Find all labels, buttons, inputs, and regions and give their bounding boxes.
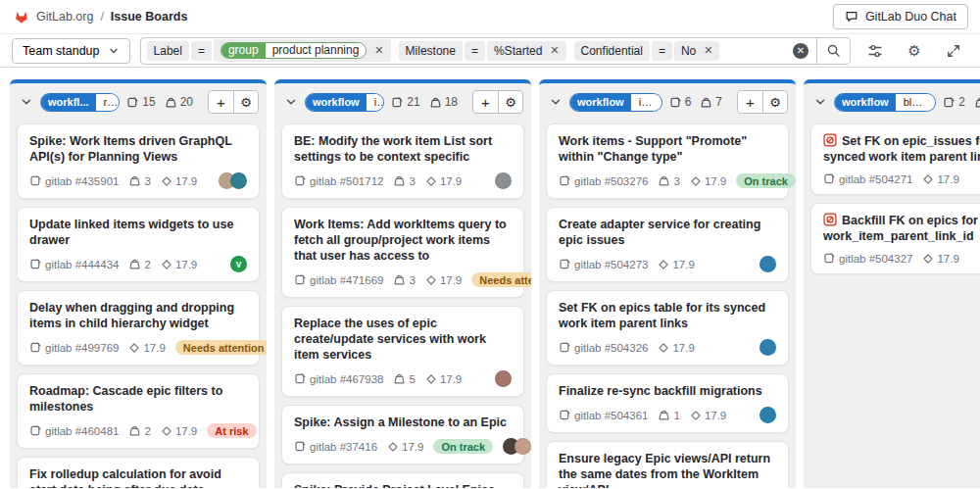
avatar[interactable] — [230, 172, 247, 189]
board-settings-gear-icon[interactable]: ⚙ — [900, 37, 929, 65]
milestone-icon — [161, 425, 172, 437]
filtered-search-input[interactable]: Label = groupproduct planning ✕ Mileston… — [140, 37, 851, 65]
column-label: workflow blocked — [834, 93, 936, 112]
issue-icon — [559, 409, 571, 421]
board-card[interactable]: Work items - Support "Promote" within "C… — [546, 123, 789, 199]
collapse-column-button[interactable] — [284, 95, 298, 109]
board-card[interactable]: Spike: Provide Project Level Epics gitla… — [281, 472, 524, 488]
breadcrumb-separator: / — [100, 10, 103, 24]
board-card[interactable]: Fix rolledup calculation for avoid start… — [17, 457, 260, 488]
token-operator[interactable]: = — [191, 41, 212, 61]
token-operator[interactable]: = — [465, 41, 485, 61]
health-status-badge: Needs attention — [471, 272, 531, 287]
card-title: Finalize re-sync backfill migrations — [559, 383, 776, 399]
token-value[interactable]: %Started ✕ — [487, 41, 566, 61]
card-milestone: 17.9 — [658, 259, 694, 270]
card-weight: 3 — [393, 174, 415, 187]
weight-count: 18 — [429, 95, 458, 109]
column-label: workfl... ready for developme... — [40, 93, 120, 112]
card-milestone: 17.9 — [387, 441, 423, 453]
card-assignees — [495, 370, 512, 387]
card-meta: gitlab #504273 17.9 — [559, 256, 776, 272]
issue-icon — [294, 440, 307, 453]
token-value[interactable]: No ✕ — [674, 41, 720, 61]
column-settings-gear-icon[interactable]: ⚙ — [498, 91, 522, 113]
issue-icon — [669, 96, 682, 109]
collapse-column-button[interactable] — [549, 95, 563, 109]
avatar[interactable] — [760, 407, 776, 423]
weight-count: 7 — [700, 95, 722, 109]
add-card-button[interactable]: + — [738, 91, 762, 113]
add-card-button[interactable]: + — [473, 91, 498, 113]
column-counts: 2 — [943, 95, 980, 109]
board-card[interactable]: Roadmap: Cascade epic filters to milesto… — [17, 373, 260, 449]
avatar[interactable] — [760, 256, 776, 272]
blocked-icon — [823, 213, 837, 226]
column-actions: + ⚙ — [208, 90, 259, 114]
card-assignees: V — [230, 256, 247, 272]
card-assignees — [219, 172, 247, 189]
board-card[interactable]: Update linked items widgets to use drawe… — [17, 207, 260, 282]
milestone-icon — [425, 175, 437, 187]
weight-icon — [658, 174, 670, 187]
issue-icon — [943, 96, 956, 109]
card-meta: gitlab #504327 17.9 — [823, 252, 980, 265]
search-button[interactable] — [816, 38, 850, 64]
card-milestone: 17.9 — [425, 274, 462, 286]
token-value-text: %Started — [494, 44, 542, 58]
remove-token-icon[interactable]: ✕ — [548, 44, 559, 57]
card-milestone: 17.9 — [922, 253, 958, 265]
remove-token-icon[interactable]: ✕ — [372, 44, 383, 57]
column-settings-gear-icon[interactable]: ⚙ — [233, 91, 258, 113]
board-card[interactable]: Set FK on epics table for its synced wor… — [546, 290, 789, 366]
card-title: Work Items: Add workItems query to fetch… — [294, 217, 512, 264]
card-reference: gitlab #435901 — [29, 174, 119, 187]
card-weight: 3 — [128, 174, 150, 187]
sort-preferences-icon[interactable] — [860, 37, 890, 65]
collapse-column-button[interactable] — [813, 95, 827, 109]
card-reference: gitlab #504273 — [559, 258, 648, 270]
milestone-icon — [658, 342, 669, 354]
token-field[interactable]: Label — [147, 41, 189, 61]
board-card[interactable]: Work Items: Add workItems query to fetch… — [281, 207, 524, 298]
filter-token[interactable]: Label = groupproduct planning ✕ — [147, 39, 391, 62]
board-card[interactable]: Spike: Work Items driven GraphQL API(s) … — [17, 123, 260, 199]
remove-token-icon[interactable]: ✕ — [702, 44, 712, 57]
board-card[interactable]: Delay when dragging and dropping items i… — [17, 290, 260, 366]
filter-token[interactable]: Confidential = No ✕ — [574, 41, 720, 61]
breadcrumb-group[interactable]: GitLab.org — [36, 10, 93, 24]
clear-search-icon[interactable]: ✕ — [793, 43, 808, 59]
health-status-badge: On track — [433, 439, 493, 454]
column-header: workfl... ready for developme... 15 20 +… — [10, 83, 267, 119]
collapse-column-button[interactable] — [20, 95, 33, 109]
issue-icon — [29, 424, 42, 437]
avatar[interactable] — [495, 370, 512, 387]
avatar[interactable] — [514, 438, 531, 455]
token-operator[interactable]: = — [652, 41, 672, 61]
token-field[interactable]: Confidential — [574, 41, 650, 61]
avatar[interactable] — [760, 339, 776, 356]
board-card[interactable]: Ensure legacy Epic views/API return the … — [546, 441, 789, 488]
column-actions: + ⚙ — [737, 90, 788, 114]
board-card[interactable]: BE: Modify the work item List sort setti… — [281, 123, 524, 199]
avatar[interactable]: V — [230, 256, 247, 272]
column-cards: Work items - Support "Promote" within "C… — [539, 119, 796, 488]
duo-chat-button[interactable]: GitLab Duo Chat — [833, 4, 968, 29]
weight-icon — [974, 96, 980, 109]
column-settings-gear-icon[interactable]: ⚙ — [762, 91, 787, 113]
fullscreen-icon[interactable] — [939, 37, 968, 65]
board-card[interactable]: Set FK on epic_issues for its synced wor… — [810, 123, 980, 195]
board-card[interactable]: Create adapter service for creating epic… — [546, 207, 789, 282]
token-value[interactable]: groupproduct planning ✕ — [214, 39, 391, 62]
board-card[interactable]: Replace the uses of epic create/update s… — [281, 306, 524, 397]
board-column: workflow in review 6 7 + ⚙ Work items - … — [539, 79, 796, 488]
weight-icon — [393, 273, 406, 286]
token-field[interactable]: Milestone — [399, 41, 463, 61]
board-switcher[interactable]: Team standup — [12, 38, 130, 64]
filter-token[interactable]: Milestone = %Started ✕ — [399, 41, 566, 61]
board-card[interactable]: Finalize re-sync backfill migrations git… — [546, 373, 789, 433]
board-card[interactable]: Backfill FK on epics for work_item_paren… — [810, 203, 980, 274]
avatar[interactable] — [495, 172, 512, 189]
add-card-button[interactable]: + — [209, 91, 233, 113]
board-card[interactable]: Spike: Assign a Milestone to an Epic git… — [281, 405, 524, 465]
